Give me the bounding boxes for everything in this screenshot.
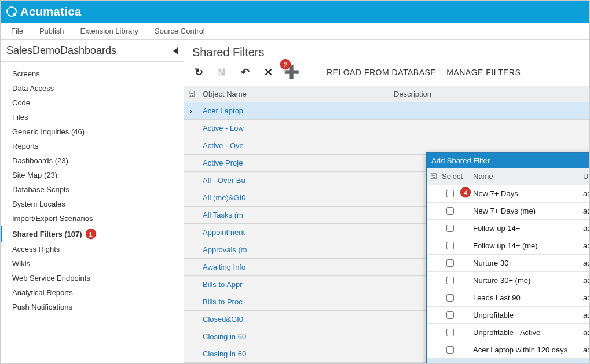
select-cell — [439, 344, 473, 355]
select-checkbox[interactable] — [446, 294, 454, 302]
refresh-icon[interactable]: ↻ — [192, 66, 205, 79]
select-checkbox[interactable] — [446, 242, 454, 249]
select-checkbox[interactable] — [446, 207, 454, 215]
row-save-icon[interactable]: 🖫 — [184, 90, 198, 98]
undo-icon[interactable]: ↶ — [239, 66, 251, 79]
select-checkbox[interactable] — [446, 329, 454, 336]
dialog-table-row[interactable]: ›Current Period BalancesadminGI000080 — [427, 359, 590, 364]
sidebar-item[interactable]: Generic Inquiries (46) — [1, 124, 184, 139]
column-object-name[interactable]: Object Name — [198, 90, 389, 98]
sidebar-item[interactable]: Import/Export Scenarios — [1, 211, 184, 226]
dialog-title: Add Shared Filter — [431, 156, 490, 165]
sidebar-item[interactable]: Code — [1, 95, 184, 110]
sidebar-item-label: Analytical Reports — [12, 288, 73, 297]
sidebar-item-label: Web Service Endpoints — [12, 274, 90, 282]
sidebar-item[interactable]: Dashboards (23) — [1, 153, 184, 168]
cell-name: Acer Laptop within 120 days — [473, 345, 583, 354]
dialog-table-row[interactable]: Nurture 30+adminGI000075 — [427, 255, 590, 272]
select-checkbox[interactable] — [446, 225, 454, 232]
menu-file[interactable]: File — [11, 27, 23, 35]
sidebar-item[interactable]: Shared Filters (107)1 — [1, 226, 184, 242]
callout-badge-1: 1 — [86, 229, 96, 239]
cell-name: Follow up 14+ — [473, 224, 583, 233]
cell-username: admin — [583, 207, 590, 215]
dialog-table-row[interactable]: UnprofitableadminGI000076 — [427, 307, 590, 324]
dialog-table-row[interactable]: Follow up 14+ (me)adminGI000075 — [427, 237, 590, 255]
sidebar-item[interactable]: Files — [1, 110, 184, 124]
dialog-table-row[interactable]: Nurture 30+ (me)adminGI000075 — [427, 272, 590, 289]
table-row[interactable]: ›Acer Laptop — [184, 102, 589, 120]
select-cell — [439, 205, 473, 216]
dialog-grid-header: 🖫 Select Name UserName ScreenID 3 — [427, 168, 590, 185]
sidebar-item-label: Generic Inquiries (46) — [12, 127, 85, 136]
dialog-column-username[interactable]: UserName — [583, 172, 590, 181]
dialog-row-save-icon[interactable]: 🖫 — [427, 172, 439, 181]
cell-username: admin — [583, 241, 590, 250]
manage-filters-button[interactable]: MANAGE FILTERS — [446, 68, 521, 77]
toolbar: ↻ 🖫 ↶ ✕ ➕ 2 RELOAD FROM DATABASE MANAGE … — [184, 62, 589, 86]
select-checkbox[interactable] — [446, 190, 454, 197]
table-row[interactable]: Active - Low — [184, 120, 589, 137]
sidebar-item[interactable]: Analytical Reports — [1, 285, 184, 300]
sidebar-item[interactable]: Data Access — [1, 81, 184, 95]
dialog-table-row[interactable]: Unprofitable - ActiveadminGI000076 — [427, 324, 590, 341]
cell-name: New 7+ Days (me) — [473, 207, 583, 215]
sidebar-item-label: Access Rights — [12, 245, 60, 253]
dialog-table-row[interactable]: Leads Last 90adminGI000075 — [427, 289, 590, 307]
cell-username: admin — [583, 293, 590, 302]
sidebar-item[interactable]: Reports — [1, 139, 184, 153]
sidebar-item-label: Files — [12, 113, 28, 122]
sidebar-item-label: Wikis — [12, 259, 30, 268]
dialog-titlebar[interactable]: Add Shared Filter — [427, 153, 590, 168]
cell-object-name: Active - Ove — [198, 141, 589, 150]
select-checkbox[interactable] — [446, 311, 454, 319]
reload-from-database-button[interactable]: RELOAD FROM DATABASE — [327, 68, 436, 77]
select-checkbox[interactable] — [446, 259, 454, 267]
cell-name: New 7+ Days — [473, 189, 583, 198]
cell-name: Nurture 30+ — [473, 259, 583, 267]
callout-badge-4: 4 — [460, 187, 471, 197]
cell-object-name: Active - Low — [198, 124, 589, 133]
dialog-column-name[interactable]: Name — [473, 172, 583, 181]
dialog-column-select[interactable]: Select — [439, 172, 473, 181]
sidebar-item[interactable]: Access Rights — [1, 242, 184, 256]
sidebar-item-label: Reports — [12, 142, 39, 150]
dialog-grid-body: 4New 7+ DaysadminGI000075New 7+ Days (me… — [427, 185, 590, 364]
brand-mark-icon — [6, 6, 17, 17]
sidebar-item-label: Dashboards (23) — [12, 156, 68, 165]
menu-publish[interactable]: Publish — [39, 27, 64, 35]
menu-extension-library[interactable]: Extension Library — [80, 27, 138, 35]
select-cell — [439, 362, 473, 364]
add-shared-filter-dialog: Add Shared Filter 🖫 Select Name UserName… — [426, 152, 590, 364]
project-header: SalesDemoDashboards — [1, 40, 184, 62]
sidebar-item-label: Database Scripts — [12, 185, 69, 194]
menu-source-control[interactable]: Source Control — [155, 27, 205, 35]
select-checkbox[interactable] — [446, 277, 454, 284]
sidebar-item[interactable]: Web Service Endpoints — [1, 271, 184, 285]
dialog-table-row[interactable]: Follow up 14+adminGI000075 — [427, 220, 590, 237]
dialog-table-row[interactable]: 4New 7+ DaysadminGI000075 — [427, 185, 590, 203]
select-cell — [439, 240, 473, 251]
cell-username: admin — [583, 259, 590, 267]
cell-name: Leads Last 90 — [473, 293, 583, 302]
select-checkbox[interactable] — [446, 346, 454, 354]
sidebar-item[interactable]: System Locales — [1, 197, 184, 211]
brand-name: Acumatica — [20, 5, 82, 19]
sidebar-item[interactable]: Screens — [1, 67, 184, 81]
sidebar-item[interactable]: Push Notifications — [1, 300, 184, 314]
sidebar-item[interactable]: Database Scripts — [1, 182, 184, 197]
dialog-table-row[interactable]: Acer Laptop within 120 daysadminGI000077 — [427, 341, 590, 359]
sidebar-item-label: Shared Filters (107) — [12, 230, 82, 238]
column-description[interactable]: Description — [389, 90, 589, 98]
menubar: File Publish Extension Library Source Co… — [1, 23, 589, 40]
app-header: Acumatica — [1, 1, 589, 23]
delete-icon[interactable]: ✕ — [262, 66, 274, 79]
cell-username: admin — [583, 189, 590, 198]
sidebar-item-label: Push Notifications — [12, 303, 72, 311]
sidebar-item[interactable]: Wikis — [1, 256, 184, 271]
sidebar-list: ScreensData AccessCodeFilesGeneric Inqui… — [1, 62, 184, 319]
sidebar-item[interactable]: Site Map (23) — [1, 168, 184, 182]
collapse-sidebar-icon[interactable] — [173, 47, 178, 54]
dialog-table-row[interactable]: New 7+ Days (me)adminGI000075 — [427, 203, 590, 220]
cell-username: admin — [583, 224, 590, 233]
